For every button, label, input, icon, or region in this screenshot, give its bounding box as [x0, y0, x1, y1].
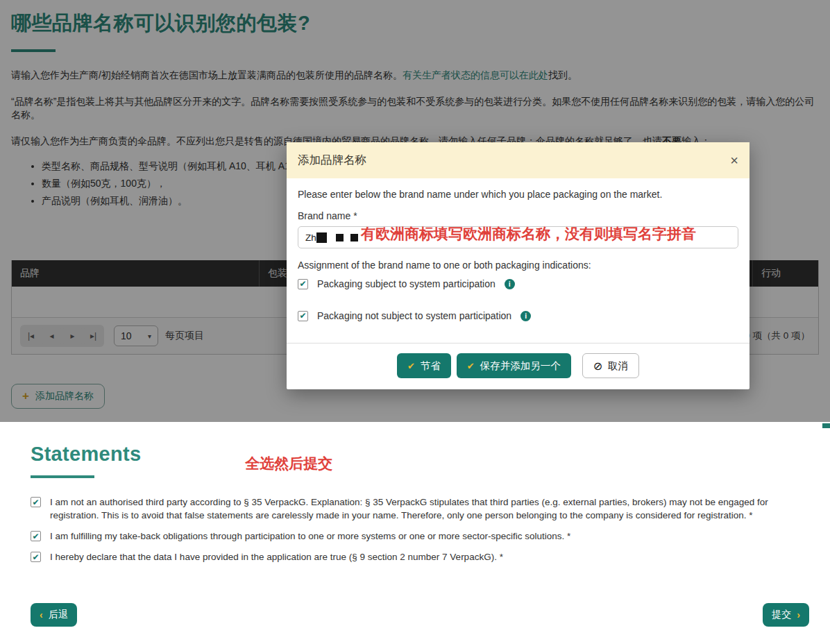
- modal-footer: ✔ 节省 ✔ 保存并添加另一个 ⊘ 取消: [287, 343, 749, 389]
- checkbox-not-subject-to-system[interactable]: ✔: [298, 311, 308, 321]
- annotation-brand-input: 有欧洲商标填写欧洲商标名称，没有则填写名字拼音: [361, 224, 696, 244]
- statements-title: Statements: [31, 443, 141, 466]
- brand-name-label: Brand name *: [298, 210, 738, 221]
- cancel-icon: ⊘: [593, 359, 602, 373]
- checkbox-not-third-party[interactable]: ✔: [31, 497, 41, 507]
- modal-title: 添加品牌名称: [298, 153, 366, 168]
- redaction-block: [316, 232, 327, 243]
- checkbox-take-back-obligations[interactable]: ✔: [31, 531, 41, 541]
- save-and-add-label: 保存并添加另一个: [480, 359, 561, 373]
- checkmark-icon: ✔: [467, 361, 475, 371]
- statements-underline: [31, 475, 94, 478]
- save-button[interactable]: ✔ 节省: [397, 353, 451, 378]
- checkmark-icon: ✔: [299, 312, 306, 320]
- no-system-participation-row: ✔ Packaging not subject to system partic…: [298, 308, 738, 323]
- statement-text: I am not an authorised third party accor…: [50, 495, 809, 522]
- cancel-button[interactable]: ⊘ 取消: [582, 353, 639, 378]
- statement-row: ✔ I am not an authorised third party acc…: [31, 495, 809, 522]
- statements-section: Statements 全选然后提交 ✔ I am not an authoris…: [0, 422, 830, 644]
- teal-dash: [822, 423, 830, 428]
- checkmark-icon: ✔: [407, 361, 415, 371]
- statement-text: I hereby declare that the data I have pr…: [50, 550, 503, 564]
- save-and-add-button[interactable]: ✔ 保存并添加另一个: [457, 353, 571, 378]
- brand-name-value: Zh: [305, 232, 316, 243]
- wizard-nav-buttons: ‹ 后退 提交 ›: [31, 603, 809, 627]
- system-participation-row: ✔ Packaging subject to system participat…: [298, 276, 738, 291]
- redaction-block: [350, 234, 358, 242]
- checkmark-icon: ✔: [299, 280, 306, 288]
- redaction-block: [336, 234, 344, 242]
- save-button-label: 节省: [421, 359, 441, 373]
- chevron-left-icon: ‹: [40, 609, 43, 620]
- modal-header: 添加品牌名称 ×: [287, 142, 749, 178]
- back-button[interactable]: ‹ 后退: [31, 603, 77, 627]
- info-icon[interactable]: i: [505, 279, 515, 289]
- statement-row: ✔ I hereby declare that the data I have …: [31, 550, 809, 564]
- modal-body: Please enter below the brand name under …: [287, 178, 749, 323]
- statement-text: I am fulfilling my take-back obligations…: [50, 529, 570, 543]
- statements-list: ✔ I am not an authorised third party acc…: [31, 495, 809, 564]
- checkmark-icon: ✔: [32, 498, 39, 507]
- modal-instruction: Please enter below the brand name under …: [298, 189, 738, 200]
- chevron-right-icon: ›: [797, 609, 800, 620]
- submit-button-label: 提交: [772, 609, 791, 621]
- screen: 哪些品牌名称可以识别您的包装? 请输入您作为生产商/初始经销商首次在德国市场上放…: [0, 0, 830, 644]
- annotation-statements: 全选然后提交: [245, 454, 332, 473]
- add-brand-modal: 添加品牌名称 × Please enter below the brand na…: [287, 142, 749, 389]
- statement-row: ✔ I am fulfilling my take-back obligatio…: [31, 529, 809, 543]
- close-icon[interactable]: ×: [730, 153, 738, 167]
- checkbox-not-subject-label: Packaging not subject to system particip…: [317, 310, 511, 321]
- checkbox-data-true[interactable]: ✔: [31, 552, 41, 562]
- checkmark-icon: ✔: [32, 532, 39, 541]
- back-button-label: 后退: [49, 609, 68, 621]
- submit-button[interactable]: 提交 ›: [763, 603, 809, 627]
- info-icon[interactable]: i: [520, 311, 531, 321]
- assignment-label: Assignment of the brand name to one or b…: [298, 260, 738, 271]
- cancel-button-label: 取消: [608, 359, 628, 373]
- statements-header: Statements 全选然后提交: [31, 443, 809, 478]
- checkbox-subject-label: Packaging subject to system participatio…: [317, 278, 496, 289]
- checkmark-icon: ✔: [32, 553, 39, 561]
- checkbox-subject-to-system[interactable]: ✔: [298, 279, 308, 289]
